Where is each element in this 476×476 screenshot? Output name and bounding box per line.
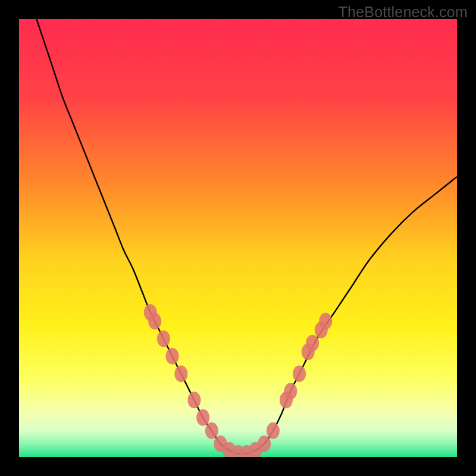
data-marker	[174, 365, 187, 382]
gradient-background	[19, 19, 457, 457]
data-marker	[284, 383, 297, 400]
data-marker	[205, 422, 218, 439]
chart-frame: TheBottleneck.com	[0, 0, 476, 476]
data-marker	[196, 409, 209, 426]
data-marker	[306, 335, 319, 352]
watermark-label: TheBottleneck.com	[339, 4, 468, 21]
data-marker	[148, 313, 161, 330]
data-marker	[166, 348, 179, 365]
data-marker	[319, 313, 332, 330]
data-marker	[293, 365, 306, 382]
data-marker	[267, 422, 280, 439]
data-marker	[157, 330, 170, 347]
plot-area	[19, 19, 457, 457]
data-marker	[258, 436, 271, 452]
data-marker	[187, 392, 201, 408]
bottleneck-chart	[19, 19, 457, 457]
